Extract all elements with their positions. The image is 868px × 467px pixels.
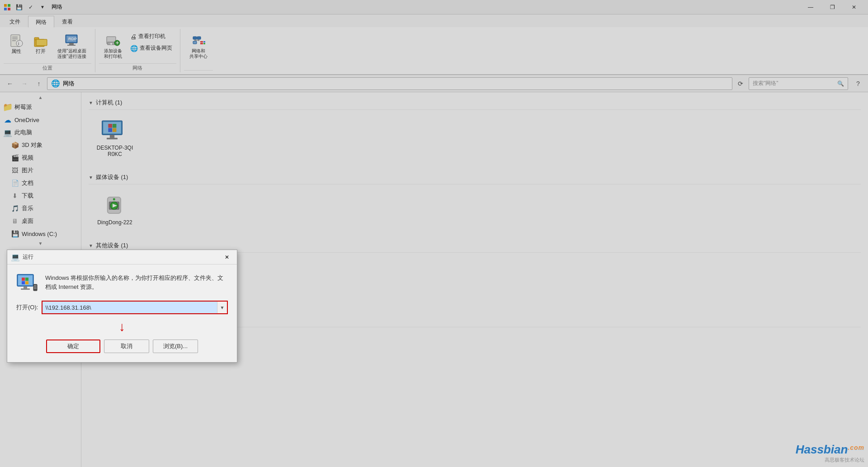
svg-rect-61 bbox=[25, 281, 28, 284]
dialog-buttons: 确定 取消 浏览(B)... bbox=[16, 338, 228, 355]
run-input[interactable] bbox=[42, 302, 217, 313]
dialog-arrow: ↓ bbox=[16, 320, 228, 334]
svg-rect-67 bbox=[34, 288, 37, 289]
dialog-input-wrapper: ▼ bbox=[42, 301, 228, 314]
dialog-input-row: 打开(O): ▼ bbox=[16, 301, 228, 314]
svg-rect-58 bbox=[22, 278, 25, 281]
ok-btn[interactable]: 确定 bbox=[46, 340, 100, 353]
run-dialog-icon: 💻 bbox=[11, 253, 20, 261]
browse-btn[interactable]: 浏览(B)... bbox=[153, 340, 198, 353]
run-dialog-title: 运行 bbox=[23, 253, 218, 261]
svg-rect-62 bbox=[24, 286, 27, 288]
run-dialog-title-bar: 💻 运行 ✕ bbox=[7, 250, 237, 264]
watermark-brand: Hassbian.com bbox=[796, 443, 864, 457]
run-dialog-close-btn[interactable]: ✕ bbox=[221, 252, 233, 262]
svg-rect-66 bbox=[34, 287, 37, 288]
svg-rect-65 bbox=[34, 285, 37, 286]
run-icon-area bbox=[16, 272, 38, 293]
watermark-sub: 高思极客技术论坛 bbox=[796, 457, 864, 463]
watermark: Hassbian.com 高思极客技术论坛 bbox=[796, 443, 864, 463]
dialog-desc-row: Windows 将根据你所输入的名称，为你打开相应的程序、文件夹、文档或 Int… bbox=[16, 272, 228, 293]
svg-rect-59 bbox=[25, 278, 28, 281]
dialog-desc: Windows 将根据你所输入的名称，为你打开相应的程序、文件夹、文档或 Int… bbox=[45, 272, 228, 293]
cancel-btn[interactable]: 取消 bbox=[104, 340, 149, 353]
run-dialog-body: Windows 将根据你所输入的名称，为你打开相应的程序、文件夹、文档或 Int… bbox=[7, 264, 237, 362]
svg-rect-63 bbox=[21, 288, 30, 290]
open-label: 打开(O): bbox=[16, 303, 38, 311]
run-dialog: 💻 运行 ✕ bbox=[7, 250, 237, 363]
svg-rect-60 bbox=[22, 281, 25, 284]
dialog-overlay: 💻 运行 ✕ bbox=[0, 0, 868, 467]
run-input-dropdown[interactable]: ▼ bbox=[217, 302, 227, 313]
